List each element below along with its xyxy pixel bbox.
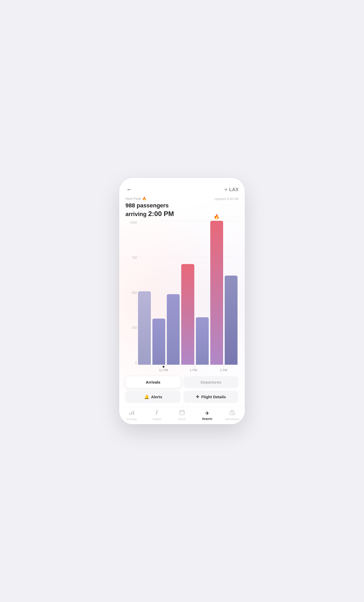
tab-departures[interactable]: Departures <box>183 376 239 388</box>
svg-rect-2 <box>133 411 134 415</box>
bars-area: 🔥 12 PM 1 PM <box>137 221 239 372</box>
chart-section: 1000 750 500 250 0 <box>125 221 239 372</box>
flight-details-label: Flight Details <box>201 395 226 399</box>
bar-7 <box>225 276 238 365</box>
nav-label-airports: Airports <box>202 417 212 420</box>
bar-3 <box>167 294 180 365</box>
nav-item-events[interactable]: Events <box>169 410 195 421</box>
svg-rect-3 <box>180 411 184 415</box>
plane-header-icon: ✈ <box>224 187 228 192</box>
y-label-500: 500 <box>132 291 137 295</box>
alerts-button[interactable]: 🔔 Alerts <box>125 391 181 403</box>
header: ← ✈ LAX <box>125 185 239 194</box>
y-axis: 1000 750 500 250 0 <box>125 221 137 372</box>
nav-label-events: Events <box>178 418 186 421</box>
nav-item-airports[interactable]: ✈ Airports <box>195 410 220 420</box>
y-label-0: 0 <box>135 361 137 365</box>
insights-icon <box>154 410 160 417</box>
y-label-250: 250 <box>132 326 137 330</box>
nav-label-earnings: Earnings <box>126 418 137 421</box>
bar-group-2 <box>152 221 165 365</box>
next-peak-label: Next Peak 🔥 <box>125 197 146 201</box>
x-dot-12pm <box>163 366 164 368</box>
events-icon <box>179 410 185 417</box>
y-label-1000: 1000 <box>130 221 137 224</box>
flight-details-button[interactable]: ✈ Flight Details <box>183 391 239 403</box>
svg-rect-1 <box>131 412 132 415</box>
bar-4 <box>181 264 194 365</box>
peak-time: 2:00 PM <box>148 210 174 218</box>
x-tick-1pm-line <box>194 365 194 368</box>
nav-item-marketplace[interactable]: Marketplace <box>220 410 245 421</box>
bar-5 <box>196 317 209 365</box>
action-row: 🔔 Alerts ✈ Flight Details <box>125 391 239 403</box>
bars-wrapper: 🔥 <box>137 221 239 365</box>
nav-label-insights: Insights <box>152 418 161 421</box>
nav-item-earnings[interactable]: Earnings <box>119 410 144 421</box>
x-tick-1pm: 1 PM <box>179 365 209 372</box>
x-tick-2pm: 2 PM <box>208 365 239 372</box>
airport-code: LAX <box>229 187 239 192</box>
bar-group-4 <box>181 221 194 365</box>
bar-group-7 <box>225 221 238 365</box>
tab-arrivals[interactable]: Arrivals <box>125 376 181 388</box>
x-label-12pm: 12 PM <box>159 368 168 372</box>
bell-icon: 🔔 <box>144 394 149 399</box>
bottom-nav: Earnings Insights Events ✈ Airports <box>119 407 245 424</box>
passengers-count: 988 passengers <box>125 202 169 209</box>
x-tick-12pm: 12 PM <box>148 366 179 372</box>
svg-rect-0 <box>129 413 130 415</box>
airport-label: ✈ LAX <box>224 187 239 192</box>
airports-icon: ✈ <box>205 410 209 416</box>
fire-peak-icon: 🔥 <box>214 214 219 220</box>
subheader: Next Peak 🔥 Updated 9:00 AM <box>125 197 239 201</box>
peak-info: 988 passengers arriving 2:00 PM <box>125 202 239 218</box>
earnings-icon <box>129 410 135 417</box>
tabs-row: Arrivals Departures <box>125 376 239 388</box>
plane-btn-icon: ✈ <box>196 394 199 399</box>
marketplace-icon <box>229 410 235 417</box>
bar-group-2pm: 🔥 <box>210 221 223 365</box>
phone-frame: ← ✈ LAX Next Peak 🔥 Updated 9:00 AM 988 … <box>119 178 245 424</box>
back-button[interactable]: ← <box>125 185 133 194</box>
bar-2 <box>152 319 165 365</box>
arriving-text: arriving <box>125 211 147 217</box>
updated-label: Updated 9:00 AM <box>214 197 239 201</box>
next-peak-text: Next Peak <box>125 197 141 201</box>
x-axis: 12 PM 1 PM 2 PM <box>148 365 239 372</box>
x-tick-2pm-line <box>223 365 224 368</box>
nav-item-insights[interactable]: Insights <box>144 410 169 421</box>
x-label-1pm: 1 PM <box>190 368 197 372</box>
x-label-2pm: 2 PM <box>220 368 227 372</box>
alerts-label: Alerts <box>151 395 162 399</box>
bar-group-12pm <box>138 221 151 365</box>
nav-label-marketplace: Marketplace <box>225 418 239 421</box>
bar-group-5 <box>196 221 209 365</box>
chart-container: 1000 750 500 250 0 <box>125 221 239 372</box>
bar-group-1pm <box>167 221 180 365</box>
fire-badge-icon: 🔥 <box>142 197 146 201</box>
svg-rect-5 <box>231 413 233 414</box>
bar-1 <box>138 291 151 365</box>
bar-6-peak: 🔥 <box>210 221 223 365</box>
y-label-750: 750 <box>132 256 137 260</box>
